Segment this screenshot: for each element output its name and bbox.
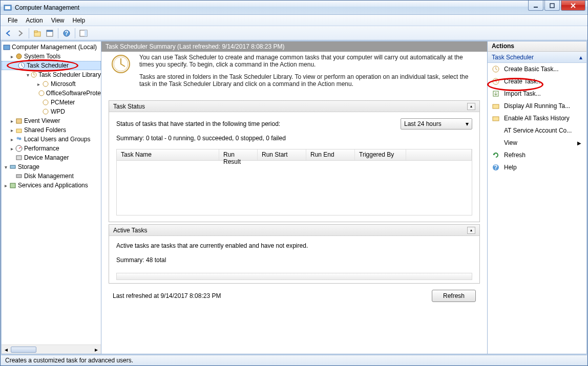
- import-icon: [492, 90, 500, 98]
- svg-point-18: [43, 100, 48, 105]
- center-header: Task Scheduler Summary (Last refreshed: …: [101, 41, 487, 52]
- properties-button[interactable]: [44, 28, 55, 39]
- svg-rect-26: [10, 165, 15, 168]
- svg-rect-12: [4, 45, 10, 50]
- svg-rect-27: [16, 175, 22, 178]
- center-pane: Task Scheduler Summary (Last refreshed: …: [101, 41, 488, 354]
- tree-device-manager[interactable]: Device Manager: [2, 153, 101, 162]
- tree-office[interactable]: OfficeSoftwareProte: [2, 89, 101, 98]
- menu-file[interactable]: File: [4, 16, 22, 25]
- period-combo[interactable]: Last 24 hours ▾: [401, 118, 472, 130]
- svg-rect-34: [493, 104, 499, 109]
- tree-disk-management[interactable]: Disk Management: [2, 171, 101, 181]
- svg-point-17: [39, 91, 44, 96]
- menu-view[interactable]: View: [47, 16, 69, 25]
- action-refresh[interactable]: Refresh: [488, 149, 586, 161]
- task-status-section: Task Status ▴ Status of tasks that have …: [109, 100, 480, 222]
- action-at-service[interactable]: AT Service Account Co...: [488, 124, 586, 137]
- folder-icon: [492, 114, 500, 122]
- menu-help[interactable]: Help: [69, 16, 90, 25]
- tree-services-apps[interactable]: ▸Services and Applications: [2, 181, 101, 190]
- svg-text:?: ?: [494, 164, 497, 171]
- tree-microsoft[interactable]: ▸Microsoft: [2, 79, 101, 89]
- intro-text-2: Tasks are stored in folders in the Task …: [139, 73, 478, 88]
- action-view[interactable]: View▶: [488, 137, 586, 149]
- status-label: Status of tasks that have started in the…: [116, 120, 280, 127]
- active-tasks-title: Active Tasks: [113, 227, 147, 234]
- actions-pane: Actions Task Scheduler ▴ Create Basic Ta…: [488, 41, 587, 354]
- help-icon: ?: [492, 163, 500, 171]
- tree-pane: Computer Management (Local) ▸System Tool…: [1, 41, 101, 354]
- tree-root[interactable]: Computer Management (Local): [2, 42, 101, 52]
- back-button[interactable]: [3, 28, 14, 39]
- active-tasks-summary: Summary: 48 total: [116, 256, 472, 264]
- tree-wpd[interactable]: WPD: [2, 107, 101, 116]
- tree-ts-library[interactable]: ▾Task Scheduler Library: [2, 70, 101, 79]
- svg-rect-25: [16, 156, 22, 160]
- svg-point-16: [43, 81, 48, 87]
- tree-shared-folders[interactable]: ▸Shared Folders: [2, 125, 101, 135]
- action-create-basic-task[interactable]: Create Basic Task...: [488, 63, 586, 75]
- svg-rect-3: [550, 4, 554, 8]
- active-tasks-desc: Active tasks are tasks that are currentl…: [116, 242, 472, 249]
- tree-system-tools[interactable]: ▸System Tools: [2, 52, 101, 61]
- blank-icon: [492, 139, 500, 147]
- show-hide-button[interactable]: [78, 28, 89, 39]
- close-button[interactable]: [561, 1, 585, 11]
- intro-panel: You can use Task Scheduler to create and…: [106, 52, 483, 98]
- svg-rect-2: [534, 7, 538, 8]
- svg-point-23: [19, 138, 22, 140]
- col-task-name[interactable]: Task Name: [117, 149, 219, 160]
- folder-icon: [492, 102, 500, 110]
- actions-header: Actions: [488, 41, 586, 52]
- menubar: File Action View Help: [1, 15, 587, 26]
- clock-icon: [111, 54, 131, 74]
- col-triggered-by[interactable]: Triggered By: [355, 149, 406, 160]
- collapse-task-status[interactable]: ▴: [467, 103, 475, 110]
- titlebar[interactable]: Computer Management: [1, 1, 587, 15]
- actions-group-header[interactable]: Task Scheduler ▴: [488, 52, 586, 63]
- app-icon: [4, 4, 12, 12]
- collapse-icon: ▴: [579, 54, 582, 61]
- action-help[interactable]: ?Help: [488, 161, 586, 174]
- tree-local-users[interactable]: ▸Local Users and Groups: [2, 135, 101, 144]
- maximize-button[interactable]: [544, 1, 560, 11]
- refresh-button[interactable]: Refresh: [432, 290, 476, 302]
- collapse-active-tasks[interactable]: ▴: [467, 227, 475, 234]
- action-import-task[interactable]: Import Task...: [488, 88, 586, 100]
- svg-rect-11: [85, 30, 87, 36]
- last-refreshed-label: Last refreshed at 9/14/2017 8:08:23 PM: [113, 292, 221, 299]
- svg-rect-28: [10, 183, 15, 188]
- tree-horizontal-scrollbar[interactable]: ◂▸: [2, 345, 101, 354]
- svg-point-13: [16, 54, 22, 59]
- tree-task-scheduler[interactable]: Task Scheduler: [2, 61, 101, 70]
- svg-rect-7: [47, 30, 53, 32]
- tree-pcmeter[interactable]: PCMeter: [2, 98, 101, 107]
- svg-point-19: [43, 109, 48, 114]
- up-button[interactable]: [32, 28, 43, 39]
- window-frame: Computer Management File Action View Hel…: [0, 0, 588, 366]
- active-tasks-section: Active Tasks ▴ Active tasks are tasks th…: [109, 224, 480, 284]
- tree-event-viewer[interactable]: ▸Event Viewer: [2, 116, 101, 125]
- action-display-running[interactable]: Display All Running Ta...: [488, 100, 586, 112]
- svg-rect-1: [5, 6, 10, 9]
- action-enable-history[interactable]: Enable All Tasks History: [488, 112, 586, 124]
- svg-rect-21: [16, 129, 22, 133]
- menu-action[interactable]: Action: [22, 16, 47, 25]
- refresh-icon: [492, 151, 500, 159]
- action-create-task[interactable]: Create Task...: [488, 75, 586, 88]
- chevron-down-icon: ▾: [466, 120, 469, 127]
- svg-text:?: ?: [65, 30, 68, 37]
- col-run-start[interactable]: Run Start: [258, 149, 306, 160]
- tree-storage[interactable]: ▾Storage: [2, 162, 101, 171]
- status-table: Task Name Run Result Run Start Run End T…: [116, 149, 472, 216]
- help-button[interactable]: ?: [61, 28, 72, 39]
- clock-icon: [492, 65, 500, 73]
- col-run-end[interactable]: Run End: [306, 149, 355, 160]
- tree-performance[interactable]: ▸Performance: [2, 144, 101, 153]
- status-text: Creates a customized task for advanced u…: [5, 357, 133, 364]
- forward-button[interactable]: [15, 28, 26, 39]
- col-run-result[interactable]: Run Result: [219, 149, 258, 160]
- svg-rect-35: [493, 117, 499, 121]
- minimize-button[interactable]: [528, 1, 543, 11]
